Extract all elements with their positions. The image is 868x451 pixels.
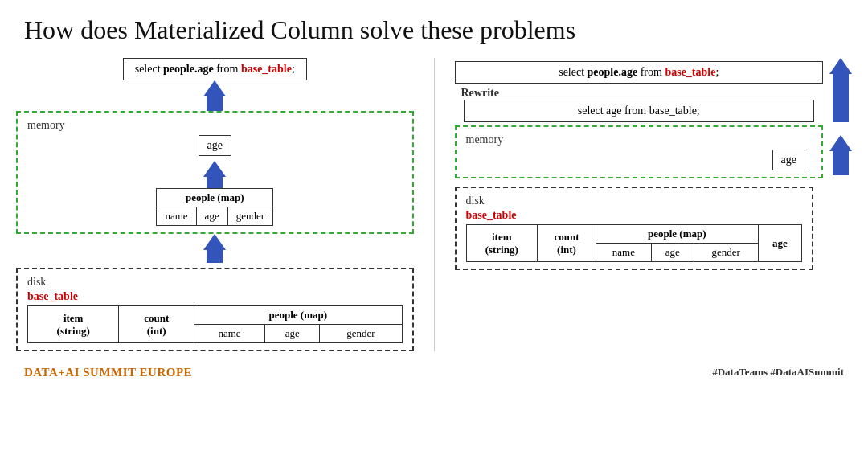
footer: DATA+AI SUMMIT EUROPE #DataTeams #DataAI… [0,359,868,386]
left-shaft-3 [207,250,223,263]
left-arrow-3 [203,234,226,263]
right-disk-gender: gender [694,244,758,262]
left-sql-end: ; [292,63,295,75]
left-sql-table: base_table [241,63,292,75]
right-disk-box: disk base_table item(string) count(int) … [455,187,814,270]
footer-right: #DataTeams #DataAISummit [712,366,844,379]
right-top-left: select people.age from base_table; Rewri… [455,61,824,122]
right-disk-name: name [596,244,652,262]
right-memory-row: memory age [455,125,853,178]
left-diagram: select people.age from base_table; memor… [16,58,414,351]
left-disk-label: disk [27,276,403,289]
right-sql-pre: select [559,66,587,78]
right-disk-age-col: age [758,225,801,262]
left-disk-col-item: item(string) [28,306,119,343]
right-disk-table: item(string) count(int) people (map) age… [466,224,803,262]
right-rewrite-label: Rewrite [461,87,499,100]
left-age-cell: age [199,135,231,156]
left-sql-from: from [214,63,241,75]
left-col-age: age [196,207,227,226]
right-main-shaft [833,74,849,122]
footer-left: DATA+AI SUMMIT EUROPE [24,366,192,379]
left-arrow-1 [203,80,226,111]
left-disk-name: name [194,325,265,343]
left-arrowhead-1 [203,80,226,96]
right-rewrite-table: base_table [649,105,697,117]
right-sql-from: from [637,66,665,78]
left-arrowhead-3 [203,234,226,250]
left-sql-pre: select [135,63,163,75]
left-disk-age: age [265,325,320,343]
right-base-table-label: base_table [466,209,803,222]
right-disk-people-map: people (map) [596,225,759,244]
right-mid-arrow [829,125,852,178]
right-disk-count: count(int) [537,225,596,262]
right-top-row: select people.age from base_table; Rewri… [455,58,853,122]
left-memory-label: memory [27,119,403,132]
right-rewrite-sql-box: select age from base_table; [464,100,814,122]
left-memory-box: memory age people (map) [16,111,414,234]
left-disk-col-people-map: people (map) [194,306,402,325]
right-rewrite-sql-wrap: select age from base_table; [455,100,824,122]
left-col-gender: gender [227,207,272,226]
right-rewrite-row: Rewrite [455,87,824,100]
right-sql-box: select people.age from base_table; [455,61,824,84]
right-memory-box: memory age [455,125,824,178]
right-disk-age: age [651,244,694,262]
right-memory-label: memory [466,133,813,146]
page-title: How does Materialized Column solve these… [0,0,868,53]
right-disk-label: disk [466,195,803,207]
diagram-divider [434,58,435,351]
right-rewrite-from: from [622,105,649,117]
right-rewrite-pre: select [578,105,606,117]
left-disk-box: disk base_table item(string) count(int) … [16,268,414,351]
right-rewrite-end: ; [697,105,700,117]
left-col-name: name [157,207,196,226]
right-sql-table: base_table [665,66,715,78]
left-shaft-1 [207,96,223,111]
right-disk-spacer [813,182,852,270]
left-arrowhead-2 [203,161,226,177]
left-age-container: age [27,135,403,156]
left-people-table-wrap: people (map) name age gender [27,188,403,226]
right-sql-bold: people.age [588,66,638,78]
right-age-container: age [466,150,813,170]
right-age-cell: age [772,150,805,170]
left-base-table-label: base_table [27,290,403,303]
left-people-table: people (map) name age gender [156,188,273,226]
right-rewrite-bold: age [606,105,621,117]
right-mid-shaft [833,151,849,175]
left-disk-col-count: count(int) [119,306,194,343]
left-arrow-2 [27,161,403,188]
left-shaft-2 [207,177,223,188]
left-sql-box: select people.age from base_table; [123,58,307,80]
left-people-map-header: people (map) [157,189,273,207]
right-disk-row: disk base_table item(string) count(int) … [455,182,853,270]
left-sql-bold: people.age [163,63,214,75]
right-main-arrow [829,58,852,122]
right-main-arrowhead [829,58,852,74]
left-disk-gender: gender [320,325,402,343]
right-diagram: select people.age from base_table; Rewri… [455,58,853,351]
right-sql-end: ; [715,66,719,78]
left-disk-table: item(string) count(int) people (map) nam… [27,305,403,343]
right-disk-item: item(string) [466,225,537,262]
right-mid-arrowhead [829,135,852,151]
